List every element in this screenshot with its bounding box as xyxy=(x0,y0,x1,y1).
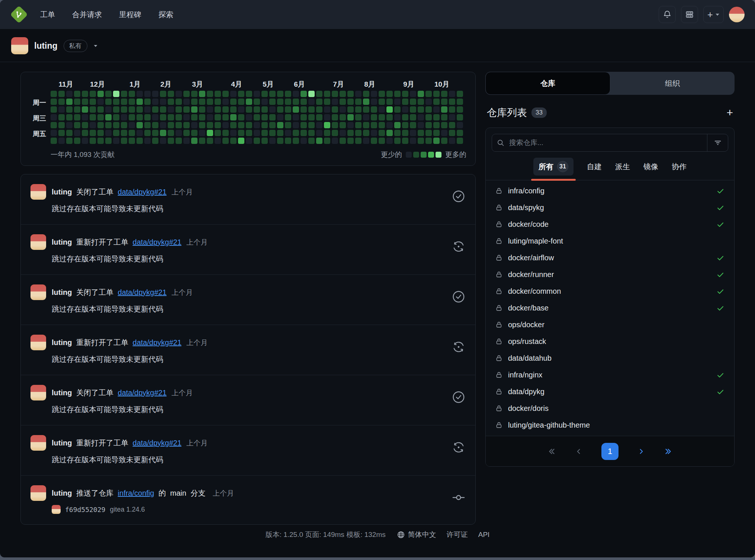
avatar[interactable] xyxy=(30,485,46,501)
repo-name[interactable]: ops/rustack xyxy=(508,337,546,346)
repo-name[interactable]: docker/code xyxy=(508,220,549,229)
repo-list-item[interactable]: ops/rustack xyxy=(486,333,734,350)
issue-link[interactable]: data/dpykg#21 xyxy=(133,439,181,447)
feed-username[interactable]: luting xyxy=(52,238,72,246)
issue-link[interactable]: data/dpykg#21 xyxy=(133,338,181,347)
issue-link[interactable]: data/dpykg#21 xyxy=(118,188,167,196)
repo-list-item[interactable]: ops/docker xyxy=(486,316,734,333)
filter-sources[interactable]: 自建 xyxy=(587,162,602,172)
nav-item-explore[interactable]: 探索 xyxy=(158,10,173,20)
heatmap-cell xyxy=(254,114,260,120)
repo-name[interactable]: luting/maple-font xyxy=(508,237,563,245)
profile-username[interactable]: luting xyxy=(34,41,58,51)
repo-filter-button[interactable] xyxy=(707,134,728,151)
heatmap-cell xyxy=(269,106,276,113)
heatmap-cell xyxy=(191,138,197,144)
repo-name[interactable]: data/spykg xyxy=(508,203,544,212)
avatar[interactable] xyxy=(30,284,46,300)
filter-all[interactable]: 所有 31 xyxy=(533,158,574,176)
repo-list-item[interactable]: docker/doris xyxy=(486,400,734,417)
repo-name[interactable]: docker/runner xyxy=(508,270,554,279)
filter-mirrors[interactable]: 镜像 xyxy=(643,162,658,172)
repo-list-item[interactable]: docker/runner xyxy=(486,266,734,283)
gitea-logo[interactable] xyxy=(10,6,28,23)
repo-list-item[interactable]: data/datahub xyxy=(486,350,734,367)
repo-list-item[interactable]: docker/code xyxy=(486,216,734,233)
notifications-button[interactable] xyxy=(659,6,676,23)
repo-name[interactable]: luting/gitea-github-theme xyxy=(508,421,590,429)
repo-name[interactable]: infra/config xyxy=(508,187,544,195)
feed-username[interactable]: luting xyxy=(52,188,72,196)
feed-action: 重新打开了工单 xyxy=(76,439,128,447)
heatmap-cell xyxy=(105,106,112,113)
heatmap-cell xyxy=(386,91,393,97)
next-page-button[interactable] xyxy=(637,447,645,456)
tab-organizations[interactable]: 组织 xyxy=(610,72,735,95)
nav-item-pulls[interactable]: 合并请求 xyxy=(72,10,102,20)
avatar[interactable] xyxy=(30,184,46,200)
feed-username[interactable]: luting xyxy=(52,288,72,296)
add-repo-button[interactable]: + xyxy=(726,107,733,118)
repo-list-item[interactable]: infra/config xyxy=(486,183,734,199)
filter-forks[interactable]: 派生 xyxy=(615,162,630,172)
repo-name[interactable]: data/datahub xyxy=(508,354,552,363)
avatar[interactable] xyxy=(30,335,46,350)
heatmap-cell xyxy=(363,138,369,144)
avatar[interactable] xyxy=(30,234,46,250)
nav-item-issues[interactable]: 工单 xyxy=(40,10,55,20)
feed-username[interactable]: luting xyxy=(52,338,72,347)
last-page-button[interactable] xyxy=(664,447,673,456)
feed-branch-suffix: 分支 xyxy=(190,489,205,497)
repo-name[interactable]: infra/nginx xyxy=(508,371,542,379)
repo-list-item[interactable]: docker/airflow xyxy=(486,250,734,266)
repo-name[interactable]: docker/airflow xyxy=(508,254,554,262)
filter-collaborative[interactable]: 协作 xyxy=(672,162,687,172)
api-link[interactable]: API xyxy=(478,531,490,539)
current-page-button[interactable]: 1 xyxy=(601,443,619,460)
runners-button[interactable] xyxy=(681,6,698,23)
heatmap-cell xyxy=(457,99,463,105)
feed-username[interactable]: luting xyxy=(52,439,72,447)
repo-list-item[interactable]: infra/nginx xyxy=(486,367,734,383)
repo-name[interactable]: docker/common xyxy=(508,287,561,296)
avatar[interactable] xyxy=(30,385,46,400)
repo-name[interactable]: ops/docker xyxy=(508,321,544,329)
issue-link[interactable]: data/dpykg#21 xyxy=(133,238,181,246)
user-avatar[interactable] xyxy=(729,7,745,22)
profile-chevron-down-icon[interactable] xyxy=(94,45,97,46)
repo-list-item[interactable]: docker/base xyxy=(486,300,734,316)
repo-search-input[interactable] xyxy=(509,139,707,147)
license-link[interactable]: 许可证 xyxy=(447,530,468,540)
heatmap-cell xyxy=(261,106,268,113)
language-selector[interactable]: 简体中文 xyxy=(397,530,436,540)
repo-list-item[interactable]: docker/common xyxy=(486,283,734,300)
issue-link[interactable]: data/dpykg#21 xyxy=(118,389,167,397)
feed-username[interactable]: luting xyxy=(52,389,72,397)
repo-name[interactable]: docker/doris xyxy=(508,404,549,413)
repo-search-box xyxy=(492,134,728,152)
repo-list-item[interactable]: data/dpykg xyxy=(486,383,734,400)
feed-username[interactable]: luting xyxy=(52,489,72,497)
prev-page-button[interactable] xyxy=(575,447,583,456)
heatmap-cell xyxy=(97,91,104,97)
issue-link[interactable]: data/dpykg#21 xyxy=(118,288,167,296)
repo-list-item[interactable]: data/spykg xyxy=(486,199,734,216)
avatar[interactable] xyxy=(30,435,46,451)
repo-list-item[interactable]: luting/gitea-github-theme xyxy=(486,417,734,434)
heatmap-cell xyxy=(418,114,424,120)
profile-avatar[interactable] xyxy=(11,37,28,54)
commit-hash[interactable]: f69d552029 xyxy=(65,506,105,514)
repo-list-item[interactable]: luting/maple-font xyxy=(486,233,734,250)
heatmap-cell xyxy=(449,99,455,105)
commit-author-avatar[interactable] xyxy=(52,505,61,514)
create-new-button[interactable]: + xyxy=(703,6,724,23)
nav-item-milestones[interactable]: 里程碑 xyxy=(119,10,141,20)
repo-link[interactable]: infra/config xyxy=(118,489,154,497)
repo-name[interactable]: docker/base xyxy=(508,304,549,312)
heatmap-cell xyxy=(152,99,158,105)
tab-repositories[interactable]: 仓库 xyxy=(485,72,610,95)
heatmap-cell xyxy=(183,130,190,136)
heatmap-cell xyxy=(191,99,197,105)
repo-name[interactable]: data/dpykg xyxy=(508,387,544,396)
first-page-button[interactable] xyxy=(547,447,556,456)
